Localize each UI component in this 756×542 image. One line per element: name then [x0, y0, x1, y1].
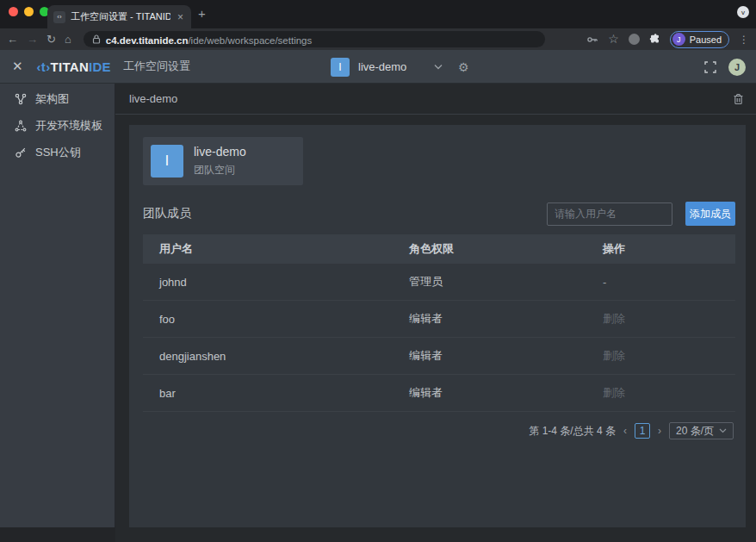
delete-member-link[interactable]: 删除	[603, 385, 735, 401]
member-role: 管理员	[409, 274, 603, 290]
delete-workspace-trash-icon[interactable]	[733, 93, 744, 105]
members-section-bar: 团队成员 添加成员	[143, 202, 735, 226]
table-row: bar 编辑者 删除	[143, 375, 735, 412]
gear-icon[interactable]: ⚙	[458, 60, 469, 74]
next-page-icon[interactable]: ›	[658, 425, 661, 437]
branch-diagram-icon	[15, 93, 27, 105]
add-member-button[interactable]: 添加成员	[685, 202, 735, 226]
workspace-card: l live-demo 团队空间	[143, 137, 303, 185]
logo-mark: ‹t›	[37, 59, 51, 74]
select-chevron-icon	[719, 428, 727, 433]
template-triangle-icon	[15, 120, 27, 132]
pagination-summary: 第 1-4 条/总共 4 条	[529, 424, 616, 439]
sidebar-item-label: SSH公钥	[35, 145, 81, 160]
page-size-select[interactable]: 20 条/页	[669, 422, 734, 439]
extension-circle-icon[interactable]	[629, 34, 640, 45]
content-header: live-demo	[115, 84, 756, 115]
sidebar-item-label: 开发环境模板	[35, 118, 102, 134]
table-row: foo 编辑者 删除	[143, 301, 735, 338]
browser-tab[interactable]: ‹› 工作空间设置 - TITANIDE ×	[47, 5, 191, 28]
home-icon[interactable]: ⌂	[65, 34, 71, 45]
sidebar-item-label: 架构图	[35, 91, 69, 107]
member-role: 编辑者	[409, 348, 603, 364]
column-header-role: 角色权限	[409, 241, 603, 257]
workspace-card-type: 团队空间	[194, 163, 246, 178]
window-controls	[9, 7, 49, 16]
members-section-title: 团队成员	[143, 206, 191, 221]
window-close-button[interactable]	[9, 7, 18, 16]
tab-search-icon[interactable]: v	[737, 6, 749, 18]
chrome-menu-icon[interactable]: ⋮	[739, 34, 749, 46]
sidebar-item-dev-env-template[interactable]: 开发环境模板	[0, 112, 115, 139]
fullscreen-icon[interactable]	[704, 61, 716, 73]
titanide-logo: ‹t›TITANIDE	[37, 59, 111, 74]
app-header: ✕ ‹t›TITANIDE 工作空间设置 l live-demo ⚙ J	[0, 50, 756, 84]
delete-member-link[interactable]: 删除	[603, 348, 735, 364]
page-title: 工作空间设置	[123, 59, 190, 74]
member-role: 编辑者	[409, 311, 603, 327]
lock-icon	[92, 34, 101, 44]
sync-paused-label: Paused	[690, 34, 722, 45]
user-avatar[interactable]: J	[728, 59, 746, 76]
current-page-button[interactable]: 1	[635, 423, 650, 439]
back-icon[interactable]: ←	[7, 34, 18, 45]
sidebar-item-ssh-key[interactable]: SSH公钥	[0, 139, 115, 165]
main-area: live-demo l live-demo 团队空间 团队成员	[115, 84, 756, 542]
workspace-card-avatar: l	[151, 145, 183, 178]
workspace-switcher-name: live-demo	[358, 60, 425, 73]
address-bar[interactable]: c4.dev.titanide.cn/ide/web/workspace/set…	[84, 31, 545, 47]
app-body: 架构图 开发环境模板 SSH公钥 live-demo l	[0, 84, 756, 542]
pagination: 第 1-4 条/总共 4 条 ‹ 1 › 20 条/页	[143, 422, 735, 439]
page-size-value: 20 条/页	[676, 424, 714, 439]
toolbar-right-icons: ☆ J Paused ⋮	[586, 31, 749, 48]
member-role: 编辑者	[409, 385, 603, 401]
url-path: /ide/web/workspace/settings	[188, 35, 312, 46]
key-icon	[15, 146, 27, 159]
workspace-switcher[interactable]: l live-demo ⚙	[331, 50, 469, 84]
forward-icon[interactable]: →	[27, 34, 38, 45]
username-input[interactable]	[547, 202, 672, 226]
code-favicon-icon: ‹›	[53, 11, 65, 23]
browser-toolbar: ← → ↻ ⌂ c4.dev.titanide.cn/ide/web/works…	[0, 28, 756, 50]
app-close-icon[interactable]: ✕	[12, 59, 23, 74]
tab-title: 工作空间设置 - TITANIDE	[71, 10, 170, 23]
column-header-action: 操作	[603, 241, 735, 257]
browser-profile-avatar: J	[672, 33, 685, 46]
table-header-row: 用户名 角色权限 操作	[143, 234, 735, 264]
delete-member-link[interactable]: 删除	[603, 311, 735, 327]
url-domain: c4.dev.titanide.cn	[106, 35, 189, 46]
panel-area: l live-demo 团队空间 团队成员 添加成员 用户名	[115, 115, 756, 542]
new-tab-button[interactable]: +	[198, 7, 206, 20]
chevron-down-icon[interactable]	[434, 64, 443, 70]
member-username: dengjianshen	[159, 350, 409, 363]
table-row: dengjianshen 编辑者 删除	[143, 338, 735, 375]
sidebar-item-architecture[interactable]: 架构图	[0, 85, 115, 112]
browser-tab-strip: ‹› 工作空间设置 - TITANIDE × + v	[0, 0, 756, 28]
bookmark-star-icon[interactable]: ☆	[608, 34, 619, 45]
workspace-avatar: l	[331, 58, 350, 77]
member-username: foo	[159, 313, 409, 326]
key-icon[interactable]	[586, 34, 598, 46]
column-header-username: 用户名	[159, 241, 409, 257]
browser-profile-chip[interactable]: J Paused	[670, 31, 729, 48]
member-username: bar	[159, 387, 409, 400]
tab-close-icon[interactable]: ×	[176, 11, 185, 23]
member-username: johnd	[159, 276, 409, 289]
header-right: J	[704, 50, 746, 84]
window-minimize-button[interactable]	[24, 7, 34, 16]
workspace-name-heading: live-demo	[129, 92, 177, 105]
sidebar: 架构图 开发环境模板 SSH公钥	[0, 84, 115, 527]
extensions-puzzle-icon[interactable]	[649, 34, 660, 45]
member-action-none: -	[603, 276, 735, 289]
members-table: 用户名 角色权限 操作 johnd 管理员 - foo 编辑者 删除	[143, 234, 735, 412]
reload-icon[interactable]: ↻	[46, 34, 56, 45]
settings-panel: l live-demo 团队空间 团队成员 添加成员 用户名	[129, 125, 746, 527]
table-row: johnd 管理员 -	[143, 264, 735, 301]
prev-page-icon[interactable]: ‹	[623, 425, 627, 437]
workspace-card-name: live-demo	[194, 145, 246, 159]
